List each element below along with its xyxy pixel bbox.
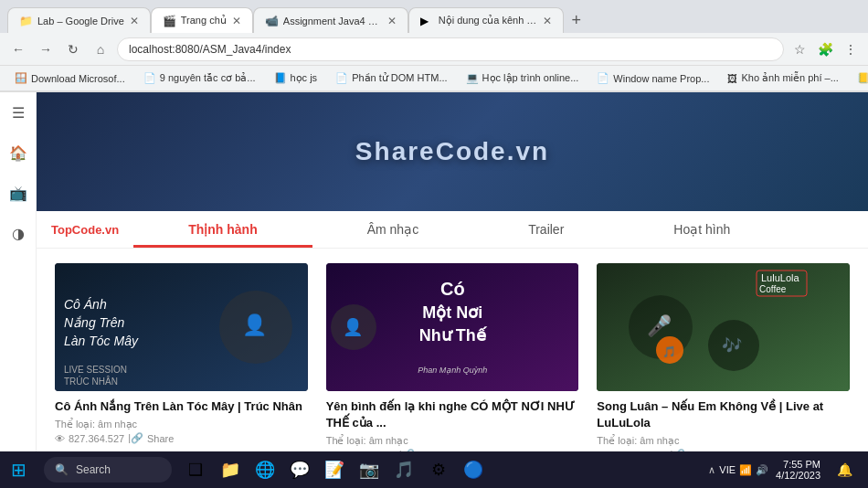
taskbar-app-edge[interactable]: 🌐 — [249, 453, 281, 486]
svg-text:Có: Có — [440, 279, 465, 299]
video-card-3[interactable]: LuluLola Coffee 🎤 🎶 🎵 Song Luân – Nếu Em… — [597, 263, 850, 452]
tab-trangchu[interactable]: 🎬 Trang chủ ✕ — [151, 7, 253, 33]
sidebar-video-icon[interactable]: 📺 — [5, 180, 31, 206]
taskbar-search[interactable]: 🔍 Search — [44, 457, 172, 483]
bookmark-9nguyen[interactable]: 📄 9 nguyên tắc cơ bả... — [136, 70, 263, 86]
svg-text:Phan Mạnh Quỳnh: Phan Mạnh Quỳnh — [418, 366, 487, 375]
bookmark-favicon: 📄 — [335, 72, 348, 84]
bookmarks-bar: 🪟 Download Microsof... 📄 9 nguyên tắc cơ… — [0, 66, 868, 91]
tab-close-youtube[interactable]: ✕ — [543, 15, 552, 27]
bookmark-favicon: 🪟 — [15, 72, 27, 84]
tab-youtube[interactable]: ▶ Nội dung của kênh – YouTube St... ✕ — [408, 7, 564, 33]
video-stats-1: 👁 827.364.527 |🔗 Share — [55, 432, 308, 444]
taskbar-app-explorer[interactable]: 📁 — [214, 453, 247, 486]
tab-label-drive: Lab – Google Drive — [37, 16, 124, 27]
bookmark-windowname[interactable]: 📄 Window name Prop... — [589, 70, 716, 86]
media-icon: 🎵 — [394, 460, 414, 480]
bookmark-favicon: 📘 — [274, 72, 287, 84]
reload-button[interactable]: ↻ — [62, 38, 84, 60]
sidebar-theme-icon[interactable]: ◑ — [5, 220, 31, 246]
vscode-icon: 📝 — [324, 460, 344, 480]
tab-label-youtube: Nội dung của kênh – YouTube St... — [439, 15, 537, 27]
camera-icon: 📷 — [359, 460, 379, 480]
video-title-2: Yên bình đến lạ khi nghe CÓ MỘT NƠI NHƯ … — [326, 398, 579, 431]
svg-text:Một Nơi: Một Nơi — [422, 303, 482, 322]
clock-date: 4/12/2023 — [776, 470, 820, 481]
bookmark-khoanhmienphi[interactable]: 🖼 Kho ảnh miễn phí –... — [720, 70, 845, 86]
svg-text:👤: 👤 — [242, 313, 268, 337]
forward-button[interactable]: → — [35, 38, 57, 60]
svg-text:Như Thế: Như Thế — [418, 326, 487, 345]
taskbar-time[interactable]: 7:55 PM 4/12/2023 — [776, 459, 820, 481]
video-card-2[interactable]: Có Một Nơi Như Thế Phan Mạnh Quỳnh 👤 Yên… — [326, 263, 579, 452]
hero-title: ShareCode.vn — [355, 137, 549, 166]
sidebar-menu-icon[interactable]: 🏠 — [5, 140, 31, 165]
bookmark-hocjs[interactable]: 📘 học js — [267, 70, 325, 86]
bookmark-star-icon[interactable]: ☆ — [789, 39, 810, 59]
tab-google-drive[interactable]: 📁 Lab – Google Drive ✕ — [7, 7, 151, 33]
tab-trailer[interactable]: Trailer — [473, 211, 619, 248]
bookmark-label: Kho ảnh miễn phí –... — [741, 72, 838, 84]
svg-text:LIVE SESSION: LIVE SESSION — [64, 365, 127, 375]
svg-text:Làn Tóc Mây: Làn Tóc Mây — [64, 334, 139, 348]
sidebar-home-icon[interactable]: ☰ — [5, 100, 31, 125]
address-bar: ← → ↻ ⌂ ☆ 🧩 ⋮ — [0, 33, 868, 66]
taskbar-app-chrome[interactable]: 🔵 — [457, 453, 490, 486]
taskbar-app-settings[interactable]: ⚙ — [422, 453, 455, 486]
browser-chrome: 📁 Lab – Google Drive ✕ 🎬 Trang chủ ✕ 📹 A… — [0, 0, 868, 92]
new-tab-button[interactable]: + — [564, 7, 589, 33]
bookmark-label: Download Microsof... — [31, 73, 125, 84]
nav-tabs: TopCode.vn Thịnh hành Âm nhạc Trailer Ho… — [37, 211, 868, 249]
bookmark-sotay[interactable]: 📒 Sổ tay Lập trình DO... — [850, 70, 868, 86]
volume-icon[interactable]: 🔊 — [756, 464, 768, 476]
taskbar-apps: ❑ 📁 🌐 💬 📝 📷 🎵 ⚙ 🔵 — [179, 453, 708, 486]
video-title-3: Song Luân – Nếu Em Không Về | Live at Lu… — [597, 398, 850, 431]
svg-text:🎶: 🎶 — [722, 335, 743, 355]
tab-favicon-youtube: ▶ — [420, 15, 433, 27]
hero-banner: ShareCode.vn — [37, 92, 868, 211]
taskbar-app-media[interactable]: 🎵 — [387, 453, 420, 486]
explorer-icon: 📁 — [220, 460, 240, 480]
notification-button[interactable]: 🔔 — [828, 453, 861, 486]
bookmark-label: học js — [291, 72, 318, 84]
taskbar-app-vscode[interactable]: 📝 — [318, 453, 351, 486]
bookmark-label: Phần tử DOM HTM... — [352, 72, 447, 84]
video-thumb-3: LuluLola Coffee 🎤 🎶 🎵 — [597, 263, 850, 391]
taskbar-sys-icons: ∧ VIE 📶 🔊 — [708, 464, 768, 476]
up-arrow-icon[interactable]: ∧ — [708, 464, 715, 476]
bookmark-dom[interactable]: 📄 Phần tử DOM HTM... — [328, 70, 454, 86]
menu-icon[interactable]: ⋮ — [841, 39, 861, 59]
bookmark-favicon: 🖼 — [727, 73, 737, 84]
tab-close-drive[interactable]: ✕ — [130, 15, 139, 27]
tab-label-assignment: Assignment Java4 Final FPOLY IT... — [283, 16, 382, 27]
taskbar-search-icon: 🔍 — [55, 463, 69, 476]
bookmark-microsoft[interactable]: 🪟 Download Microsof... — [7, 70, 132, 86]
back-button[interactable]: ← — [7, 38, 29, 60]
tab-assignment[interactable]: 📹 Assignment Java4 Final FPOLY IT... ✕ — [253, 7, 408, 33]
extension-icon[interactable]: 🧩 — [815, 39, 835, 59]
bookmark-label: Window name Prop... — [613, 73, 709, 84]
taskbar-app-camera[interactable]: 📷 — [353, 453, 386, 486]
home-button[interactable]: ⌂ — [90, 38, 111, 60]
settings-icon: ⚙ — [431, 460, 446, 480]
tab-amnhac[interactable]: Âm nhạc — [312, 211, 473, 248]
tab-favicon-assignment: 📹 — [265, 15, 278, 27]
address-input[interactable] — [117, 37, 784, 61]
video-thumb-1: Cô Ánh Nắng Trên Làn Tóc Mây LIVE SESSIO… — [55, 263, 308, 391]
tab-hoathinh[interactable]: Hoạt hình — [619, 211, 785, 248]
taskbar-app-chat[interactable]: 💬 — [283, 453, 316, 486]
tab-close-assignment[interactable]: ✕ — [387, 15, 397, 27]
page: ☰ 🏠 📺 ◑ ShareCode.vn TopCode.vn Thịnh hà… — [0, 92, 868, 452]
tab-thinhhành[interactable]: Thịnh hành — [133, 211, 312, 248]
bookmark-hoclaptrinh[interactable]: 💻 Học lập trình online... — [459, 70, 587, 86]
notification-icon: 🔔 — [837, 462, 852, 477]
video-genre-2: Thể loại: âm nhạc — [326, 435, 579, 447]
tab-close-trangchu[interactable]: ✕ — [232, 15, 241, 27]
video-card-1[interactable]: Cô Ánh Nắng Trên Làn Tóc Mây LIVE SESSIO… — [55, 263, 308, 452]
taskbar-app-taskview[interactable]: ❑ — [179, 453, 212, 486]
windows-logo-icon: ⊞ — [11, 459, 26, 481]
wifi-icon[interactable]: 📶 — [739, 464, 752, 476]
start-button[interactable]: ⊞ — [0, 451, 37, 488]
taskbar-right: ∧ VIE 📶 🔊 7:55 PM 4/12/2023 🔔 — [708, 453, 868, 486]
site-logo[interactable]: TopCode.vn — [37, 216, 133, 244]
